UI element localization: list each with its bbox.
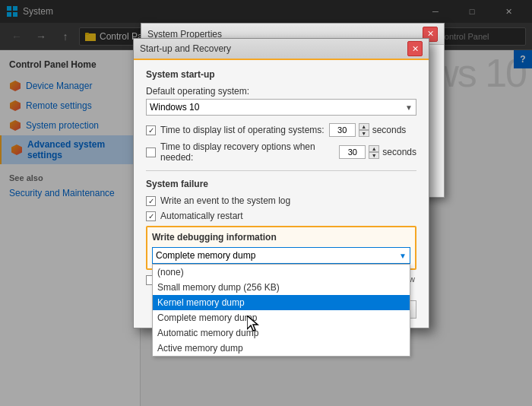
dropdown-item-kernel[interactable]: Kernel memory dump — [153, 295, 410, 310]
auto-restart-label: Automatically restart — [160, 211, 243, 221]
dropdown-item-automatic[interactable]: Automatic memory dump — [153, 325, 410, 341]
dropdown-item-complete[interactable]: Complete memory dump — [153, 310, 410, 325]
debug-selected-value: Complete memory dump — [156, 250, 255, 261]
spinner-up[interactable]: ▲ — [359, 123, 369, 130]
write-event-checkbox[interactable] — [146, 196, 156, 206]
display-recovery-row: Time to display recovery options when ne… — [146, 141, 416, 163]
spinner-down-2[interactable]: ▼ — [369, 152, 379, 159]
display-list-unit: seconds — [372, 125, 407, 135]
display-list-row: Time to display list of operating system… — [146, 123, 416, 137]
write-debug-section: Write debugging information Complete mem… — [146, 226, 416, 270]
display-list-spinner: ▲ ▼ seconds — [329, 123, 407, 137]
recovery-spinner-btns: ▲ ▼ — [369, 145, 379, 159]
startup-dialog-title: Start-up and Recovery — [140, 43, 407, 54]
system-failure-label: System failure — [146, 179, 416, 189]
display-recovery-checkbox[interactable] — [146, 147, 156, 157]
default-os-value: Windows 10 — [150, 102, 199, 113]
divider-1 — [146, 170, 416, 171]
display-recovery-label: Time to display recovery options when ne… — [160, 141, 334, 163]
default-os-group: Default operating system: Windows 10 ▼ — [146, 86, 416, 116]
startup-close-button[interactable]: ✕ — [407, 41, 423, 56]
write-event-label: Write an event to the system log — [160, 195, 290, 206]
display-recovery-input[interactable] — [339, 145, 366, 159]
write-debug-label: Write debugging information — [152, 232, 410, 243]
default-os-label: Default operating system: — [146, 86, 416, 97]
startup-title-bar: Start-up and Recovery ✕ — [134, 39, 429, 60]
auto-restart-checkbox[interactable] — [146, 211, 156, 221]
dropdown-item-active[interactable]: Active memory dump — [153, 341, 410, 356]
display-list-checkbox[interactable] — [146, 125, 156, 135]
dialog-content: System start-up Default operating system… — [134, 60, 429, 294]
startup-recovery-dialog: Start-up and Recovery ✕ System start-up … — [133, 38, 429, 328]
select-arrow-icon: ▼ — [405, 103, 413, 112]
dropdown-item-small[interactable]: Small memory dump (256 KB) — [153, 280, 410, 295]
display-list-input[interactable] — [329, 123, 356, 137]
write-event-row: Write an event to the system log — [146, 195, 416, 206]
auto-restart-row: Automatically restart — [146, 211, 416, 221]
display-list-label: Time to display list of operating system… — [160, 125, 325, 135]
system-startup-label: System start-up — [146, 69, 416, 80]
dropdown-arrow-icon: ▼ — [399, 252, 407, 260]
default-os-select[interactable]: Windows 10 ▼ — [146, 99, 416, 116]
debug-dropdown-container: Complete memory dump ▼ (none) Small memo… — [152, 247, 410, 264]
dropdown-item-none[interactable]: (none) — [153, 265, 410, 280]
spinner-down[interactable]: ▼ — [359, 130, 369, 137]
spinner-up-2[interactable]: ▲ — [369, 145, 379, 152]
display-recovery-spinner: ▲ ▼ seconds — [339, 145, 416, 159]
display-recovery-unit: seconds — [382, 147, 416, 157]
debug-dropdown-list: (none) Small memory dump (256 KB) Kernel… — [152, 264, 410, 357]
debug-dropdown-selected[interactable]: Complete memory dump ▼ — [152, 247, 410, 264]
display-list-spinner-btns: ▲ ▼ — [359, 123, 369, 137]
